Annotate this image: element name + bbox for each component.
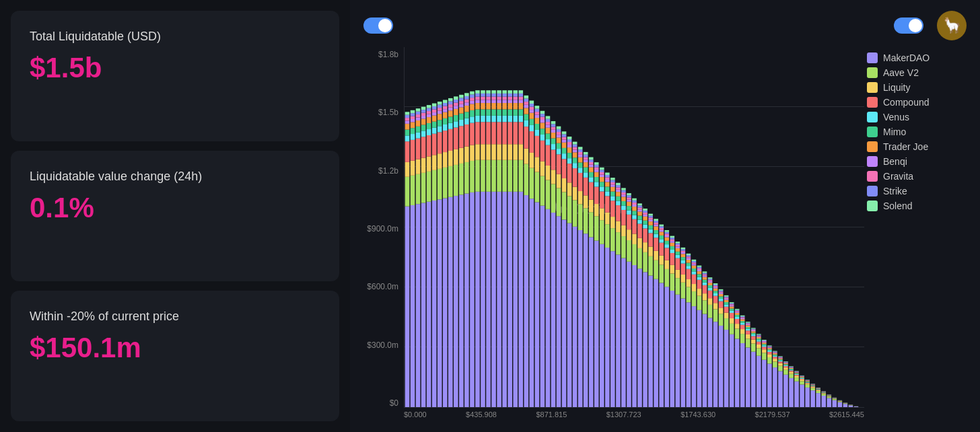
cumulative-toggle[interactable] — [363, 17, 393, 34]
svg-rect-297 — [551, 213, 556, 407]
svg-rect-841 — [816, 389, 820, 390]
svg-rect-250 — [524, 102, 528, 105]
svg-rect-798 — [794, 373, 799, 373]
svg-rect-158 — [481, 116, 485, 122]
svg-rect-77 — [443, 199, 448, 407]
svg-rect-45 — [427, 172, 431, 202]
svg-rect-238 — [518, 100, 523, 103]
svg-rect-517 — [659, 283, 664, 407]
svg-rect-543 — [670, 250, 674, 253]
svg-rect-220 — [513, 192, 518, 407]
svg-rect-41 — [421, 113, 426, 116]
svg-rect-651 — [724, 313, 729, 318]
svg-rect-595 — [697, 296, 702, 310]
stat-value-1: 0.1% — [30, 192, 320, 224]
svg-rect-486 — [643, 242, 648, 252]
svg-rect-314 — [557, 137, 561, 143]
svg-rect-729 — [762, 347, 767, 349]
svg-rect-692 — [740, 316, 745, 316]
svg-rect-556 — [675, 248, 680, 252]
svg-rect-44 — [427, 202, 431, 407]
svg-rect-530 — [664, 260, 669, 269]
svg-rect-892 — [843, 404, 848, 404]
svg-rect-291 — [546, 133, 551, 139]
currency-toggle-knob — [909, 19, 922, 32]
left-panel: Total Liquidatable (USD)$1.5bLiquidatabl… — [0, 0, 350, 432]
svg-rect-839 — [816, 390, 820, 390]
svg-rect-437 — [616, 187, 621, 189]
svg-rect-236 — [518, 109, 523, 115]
svg-rect-225 — [513, 109, 518, 115]
svg-rect-258 — [530, 119, 534, 125]
svg-rect-31 — [416, 112, 421, 114]
svg-rect-198 — [502, 192, 507, 407]
svg-rect-60 — [432, 122, 437, 128]
svg-rect-146 — [475, 122, 480, 144]
svg-rect-527 — [659, 225, 664, 227]
svg-rect-292 — [546, 128, 551, 134]
svg-rect-682 — [740, 343, 745, 407]
svg-rect-261 — [530, 107, 534, 110]
svg-rect-333 — [567, 164, 572, 182]
svg-rect-109 — [454, 96, 458, 100]
svg-rect-277 — [540, 161, 545, 176]
svg-rect-446 — [621, 196, 626, 201]
svg-rect-508 — [654, 251, 658, 260]
svg-rect-193 — [497, 103, 501, 109]
svg-rect-453 — [627, 229, 631, 240]
svg-rect-54 — [427, 105, 431, 108]
svg-rect-381 — [589, 165, 594, 168]
svg-rect-630 — [713, 296, 718, 303]
svg-rect-125 — [464, 118, 469, 124]
svg-rect-130 — [464, 96, 469, 100]
svg-rect-101 — [454, 149, 458, 165]
svg-rect-495 — [648, 276, 653, 407]
svg-rect-124 — [464, 124, 469, 147]
svg-rect-829 — [810, 386, 815, 386]
svg-rect-103 — [454, 121, 458, 127]
cumulative-toggle-group[interactable] — [363, 17, 400, 34]
svg-rect-723 — [757, 336, 761, 336]
svg-rect-570 — [681, 249, 686, 250]
svg-rect-131 — [464, 93, 469, 96]
svg-rect-752 — [773, 355, 777, 357]
svg-rect-283 — [540, 117, 545, 120]
svg-rect-720 — [757, 338, 761, 340]
svg-rect-377 — [589, 182, 594, 200]
svg-rect-391 — [594, 172, 599, 177]
svg-rect-646 — [719, 291, 724, 293]
svg-rect-706 — [751, 340, 756, 344]
svg-rect-603 — [697, 267, 702, 268]
svg-rect-793 — [794, 377, 799, 382]
stat-value-2: $150.1m — [30, 332, 320, 364]
svg-rect-640 — [719, 308, 724, 314]
svg-rect-765 — [778, 359, 783, 360]
currency-toggle[interactable] — [894, 17, 923, 34]
svg-rect-460 — [627, 195, 631, 197]
svg-rect-218 — [508, 94, 512, 97]
svg-rect-229 — [513, 94, 518, 97]
svg-rect-676 — [735, 315, 740, 317]
svg-rect-142 — [470, 92, 475, 95]
svg-rect-696 — [746, 330, 750, 334]
svg-rect-62 — [432, 112, 437, 116]
svg-rect-882 — [838, 401, 843, 402]
svg-rect-528 — [664, 287, 669, 407]
svg-rect-567 — [681, 254, 686, 257]
svg-rect-576 — [687, 266, 691, 269]
svg-rect-688 — [740, 319, 745, 321]
svg-rect-324 — [562, 148, 567, 153]
svg-rect-154 — [481, 192, 485, 407]
svg-rect-733 — [762, 342, 767, 343]
svg-rect-870 — [833, 399, 837, 400]
svg-rect-279 — [540, 135, 545, 141]
svg-rect-8 — [405, 118, 410, 120]
svg-rect-724 — [757, 334, 761, 335]
svg-rect-37 — [421, 131, 426, 137]
svg-rect-785 — [789, 369, 794, 370]
svg-rect-286 — [546, 209, 551, 407]
svg-rect-83 — [443, 112, 448, 118]
svg-rect-619 — [708, 291, 713, 298]
svg-rect-568 — [681, 252, 686, 254]
svg-rect-680 — [735, 310, 740, 311]
